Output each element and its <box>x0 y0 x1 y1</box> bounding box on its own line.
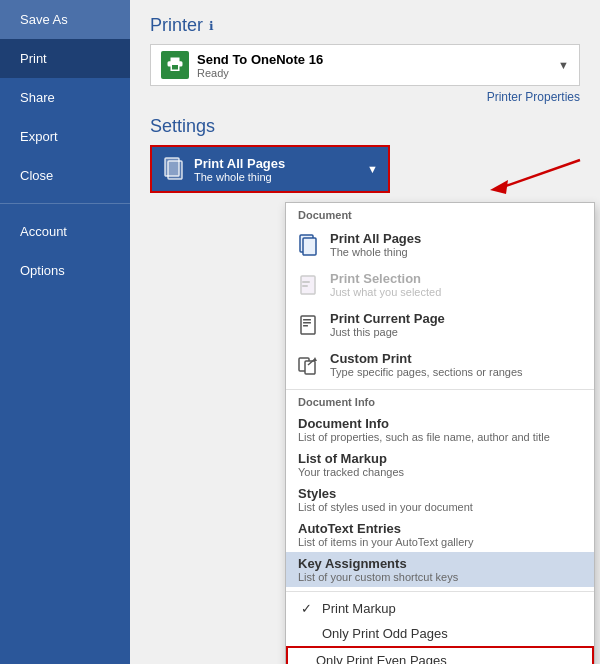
doc-info-item-list-of-markup[interactable]: List of Markup Your tracked changes <box>286 447 594 482</box>
svg-rect-11 <box>303 322 311 324</box>
doc-info-section: Document Info Document Info List of prop… <box>286 389 594 587</box>
svg-rect-8 <box>302 285 308 287</box>
print-all-pages-arrow[interactable]: ▼ <box>367 163 378 175</box>
doc-info-item-autotext-entries[interactable]: AutoText Entries List of items in your A… <box>286 517 594 552</box>
sidebar: Save As Print Share Export Close Account… <box>0 0 130 664</box>
sidebar-item-share[interactable]: Share <box>0 78 130 117</box>
custom-print-di-text: Custom Print Type specific pages, sectio… <box>330 351 523 378</box>
svg-rect-10 <box>303 319 311 321</box>
print-current-page-di-text: Print Current Page Just this page <box>330 311 445 338</box>
print-all-pages-text: Print All Pages The whole thing <box>194 156 285 183</box>
print-all-pages-selector[interactable]: Print All Pages The whole thing ▼ <box>150 145 390 193</box>
svg-marker-3 <box>490 180 508 194</box>
only-print-odd-item[interactable]: Only Print Odd Pages <box>286 621 594 646</box>
odd-pages-check <box>298 626 314 641</box>
even-pages-check <box>300 653 316 664</box>
doc-info-item-document-info[interactable]: Document Info List of properties, such a… <box>286 412 594 447</box>
printer-dropdown-arrow[interactable]: ▼ <box>558 59 569 71</box>
printer-selector[interactable]: Send To OneNote 16 Ready ▼ <box>150 44 580 86</box>
printer-section-title: Printer ℹ <box>150 15 580 36</box>
dropdown-print-selection: Print Selection Just what you selected <box>286 265 594 305</box>
doc-info-item-key-assignments[interactable]: Key Assignments List of your custom shor… <box>286 552 594 587</box>
separator <box>286 591 594 592</box>
sidebar-item-save-as[interactable]: Save As <box>0 0 130 39</box>
print-selection-di-text: Print Selection Just what you selected <box>330 271 441 298</box>
sidebar-item-print[interactable]: Print <box>0 39 130 78</box>
sidebar-divider <box>0 203 130 204</box>
svg-rect-12 <box>303 325 308 327</box>
sidebar-item-options[interactable]: Options <box>0 251 130 290</box>
info-icon[interactable]: ℹ <box>209 19 214 33</box>
printer-name: Send To OneNote 16 <box>197 52 550 67</box>
doc-info-item-styles[interactable]: Styles List of styles used in your docum… <box>286 482 594 517</box>
print-current-page-di-icon <box>298 313 320 339</box>
svg-rect-7 <box>302 281 310 283</box>
print-all-pages-di-icon <box>298 233 320 259</box>
settings-section-title: Settings <box>150 116 580 137</box>
dropdown-custom-print[interactable]: Custom Print Type specific pages, sectio… <box>286 345 594 385</box>
printer-properties-link[interactable]: Printer Properties <box>150 90 580 104</box>
main-content: Printer ℹ Send To OneNote 16 Ready ▼ Pri… <box>130 0 600 664</box>
print-all-pages-icon <box>162 155 186 183</box>
custom-print-di-icon <box>298 353 320 379</box>
dropdown-print-current-page[interactable]: Print Current Page Just this page <box>286 305 594 345</box>
dropdown-print-all-pages[interactable]: Print All Pages The whole thing <box>286 225 594 265</box>
sidebar-item-export[interactable]: Export <box>0 117 130 156</box>
svg-rect-5 <box>303 238 316 255</box>
sidebar-item-close[interactable]: Close <box>0 156 130 195</box>
svg-rect-9 <box>301 316 315 334</box>
doc-info-section-header: Document Info <box>286 390 594 412</box>
printer-info: Send To OneNote 16 Ready <box>197 52 550 79</box>
document-section-header: Document <box>286 203 594 225</box>
sidebar-item-account[interactable]: Account <box>0 212 130 251</box>
print-markup-check: ✓ <box>298 601 314 616</box>
print-all-pages-di-text: Print All Pages The whole thing <box>330 231 421 258</box>
printer-icon <box>161 51 189 79</box>
print-selection-di-icon <box>298 273 320 299</box>
svg-marker-16 <box>313 357 317 361</box>
printer-status: Ready <box>197 67 550 79</box>
print-markup-item[interactable]: ✓ Print Markup <box>286 596 594 621</box>
print-options-dropdown: Document Print All Pages The whole thing <box>285 202 595 664</box>
svg-rect-1 <box>168 161 182 179</box>
only-print-even-item[interactable]: Only Print Even Pages <box>286 646 594 664</box>
red-arrow-annotation <box>470 150 590 210</box>
svg-line-2 <box>500 160 580 188</box>
